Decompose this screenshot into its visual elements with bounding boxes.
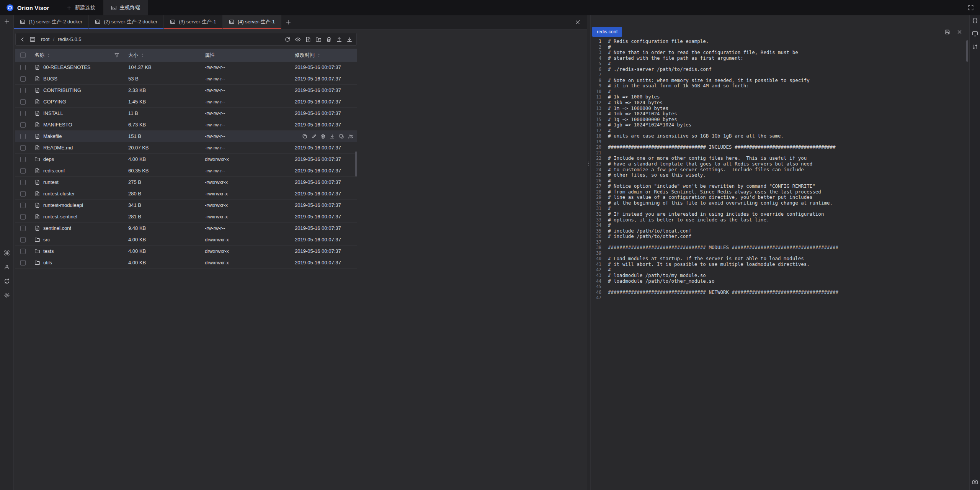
download-button[interactable] bbox=[345, 35, 354, 44]
file-name-cell[interactable]: CONTRIBUTING bbox=[31, 87, 124, 93]
file-row[interactable]: README.md20.07 KB-rw-rw-r--2019-05-16 00… bbox=[15, 142, 357, 154]
code-line[interactable]: 30# at the beginning of this file to avo… bbox=[591, 200, 969, 206]
code-line[interactable]: 42# bbox=[591, 267, 969, 273]
new-file-button[interactable] bbox=[304, 35, 313, 44]
row-checkbox[interactable] bbox=[20, 157, 26, 162]
code-line[interactable]: 25# other files, so use this wisely. bbox=[591, 172, 969, 178]
editor-scrollbar[interactable] bbox=[966, 40, 968, 62]
code-line[interactable]: 22# Include one or more other config fil… bbox=[591, 156, 969, 161]
row-delete-button[interactable] bbox=[319, 133, 327, 140]
code-line[interactable]: 11# 1k => 1000 bytes bbox=[591, 94, 969, 100]
file-table-scrollbar[interactable] bbox=[355, 151, 357, 177]
new-terminal-button[interactable] bbox=[2, 17, 11, 26]
code-line[interactable]: 13# 1m => 1000000 bytes bbox=[591, 106, 969, 111]
code-line[interactable]: 45 bbox=[591, 284, 969, 290]
file-name-cell[interactable]: 00-RELEASENOTES bbox=[31, 64, 124, 70]
select-all-checkbox[interactable] bbox=[20, 52, 26, 58]
column-header-name[interactable]: 名称 bbox=[31, 51, 124, 59]
file-row[interactable]: runtest-sentinel281 B-rwxrwxr-x2019-05-1… bbox=[15, 211, 357, 223]
terminal-tab[interactable]: (1) server-生产-2 docker bbox=[14, 15, 89, 29]
refresh-button[interactable] bbox=[283, 35, 292, 44]
commands-button[interactable] bbox=[2, 248, 11, 257]
file-name-cell[interactable]: tests bbox=[31, 248, 124, 254]
code-line[interactable]: 43# loadmodule /path/to/my_module.so bbox=[591, 273, 969, 279]
new-folder-button[interactable] bbox=[314, 35, 323, 44]
users-button[interactable] bbox=[2, 262, 11, 272]
code-line[interactable]: 7 bbox=[591, 72, 969, 78]
code-line[interactable]: 1# Redis configuration file example. bbox=[591, 39, 969, 44]
code-line[interactable]: 19 bbox=[591, 139, 969, 145]
row-checkbox[interactable] bbox=[20, 237, 26, 243]
row-copy-button[interactable] bbox=[338, 133, 345, 140]
upload-button[interactable] bbox=[335, 35, 344, 44]
terminal-tab-active[interactable]: (4) server-生产-1 bbox=[223, 15, 282, 29]
row-checkbox[interactable] bbox=[20, 226, 26, 231]
terminal-tab[interactable]: (3) server-生产-1 bbox=[164, 15, 223, 29]
code-line[interactable]: 18# units are case insensitive so 1GB 1G… bbox=[591, 133, 969, 139]
breadcrumb-segment[interactable]: root bbox=[41, 36, 49, 42]
code-line[interactable]: 28# from admin or Redis Sentinel. Since … bbox=[591, 189, 969, 195]
new-connection-nav[interactable]: 新建连接 bbox=[59, 0, 103, 15]
file-row[interactable]: tests4.00 KBdrwxrwxr-x2019-05-16 00:07:3… bbox=[15, 246, 357, 257]
code-line[interactable]: 27# Notice option "include" won't be rew… bbox=[591, 184, 969, 189]
file-name-cell[interactable]: runtest-cluster bbox=[31, 191, 124, 197]
breadcrumb[interactable]: root/redis-5.0.5 bbox=[41, 36, 282, 42]
file-row[interactable]: COPYING1.45 KB-rw-rw-r--2019-05-16 00:07… bbox=[15, 96, 357, 108]
code-line[interactable]: 39 bbox=[591, 251, 969, 256]
file-name-cell[interactable]: README.md bbox=[31, 145, 124, 151]
code-line[interactable]: 23# have a standard template that goes t… bbox=[591, 161, 969, 167]
code-line[interactable]: 35# include /path/to/local.conf bbox=[591, 228, 969, 234]
fullscreen-button[interactable] bbox=[966, 3, 975, 12]
code-line[interactable]: 3# Note that in order to read the config… bbox=[591, 50, 969, 56]
editor-file-tab[interactable]: redis.conf bbox=[592, 27, 622, 37]
code-line[interactable]: 41# it will abort. It is possible to use… bbox=[591, 262, 969, 267]
code-line[interactable]: 17# bbox=[591, 128, 969, 134]
file-name-cell[interactable]: INSTALL bbox=[31, 110, 124, 116]
code-line[interactable]: 44# loadmodule /path/to/other_module.so bbox=[591, 279, 969, 284]
file-row[interactable]: BUGS53 B-rw-rw-r--2019-05-16 00:07:37 bbox=[15, 73, 357, 85]
file-name-cell[interactable]: runtest-sentinel bbox=[31, 214, 124, 220]
breadcrumb-segment[interactable]: redis-5.0.5 bbox=[58, 36, 81, 42]
file-name-cell[interactable]: runtest bbox=[31, 179, 124, 185]
file-name-cell[interactable]: MANIFESTO bbox=[31, 122, 124, 128]
row-copy-path-button[interactable] bbox=[301, 133, 309, 140]
row-checkbox[interactable] bbox=[20, 122, 26, 128]
file-name-cell[interactable]: COPYING bbox=[31, 99, 124, 105]
code-line[interactable]: 15# 1g => 1000000000 bytes bbox=[591, 117, 969, 123]
row-download-button[interactable] bbox=[328, 133, 336, 140]
file-name-cell[interactable]: redis.conf bbox=[31, 168, 124, 174]
row-checkbox[interactable] bbox=[20, 180, 26, 185]
file-name-cell[interactable]: Makefile bbox=[31, 133, 124, 139]
add-tab-button[interactable] bbox=[284, 18, 293, 27]
code-line[interactable]: 46################################## NET… bbox=[591, 290, 969, 295]
file-name-cell[interactable]: BUGS bbox=[31, 76, 124, 82]
file-row[interactable]: utils4.00 KBdrwxrwxr-x2019-05-16 00:07:3… bbox=[15, 257, 357, 269]
code-line[interactable]: 5# bbox=[591, 61, 969, 67]
delete-button[interactable] bbox=[324, 35, 333, 44]
transfer-button[interactable] bbox=[971, 43, 979, 51]
file-row[interactable]: deps4.00 KBdrwxrwxr-x2019-05-16 00:07:37 bbox=[15, 154, 357, 165]
back-button[interactable] bbox=[18, 35, 27, 44]
row-checkbox[interactable] bbox=[20, 76, 26, 82]
code-line[interactable]: 37 bbox=[591, 239, 969, 245]
row-checkbox[interactable] bbox=[20, 99, 26, 105]
code-line[interactable]: 20################################## INC… bbox=[591, 144, 969, 150]
code-line[interactable]: 33# options, it is better to use include… bbox=[591, 217, 969, 223]
settings-button[interactable] bbox=[2, 291, 11, 300]
code-line[interactable]: 47 bbox=[591, 295, 969, 300]
code-line[interactable]: 14# 1mb => 1024*1024 bytes bbox=[591, 111, 969, 117]
close-panel-button[interactable] bbox=[573, 18, 582, 27]
code-line[interactable]: 8# Note on units: when memory size is ne… bbox=[591, 78, 969, 84]
code-line[interactable]: 10# bbox=[591, 89, 969, 95]
file-name-cell[interactable]: deps bbox=[31, 156, 124, 162]
host-terminal-nav[interactable]: 主机终端 bbox=[103, 0, 148, 15]
file-name-cell[interactable]: utils bbox=[31, 260, 124, 265]
row-checkbox[interactable] bbox=[20, 168, 26, 174]
file-row[interactable]: runtest275 B-rwxrwxr-x2019-05-16 00:07:3… bbox=[15, 177, 357, 188]
code-line[interactable]: 9# it in the usual form of 1k 5GB 4M and… bbox=[591, 83, 969, 89]
row-checkbox[interactable] bbox=[20, 260, 26, 265]
file-row[interactable]: redis.conf60.35 KB-rw-rw-r--2019-05-16 0… bbox=[15, 165, 357, 177]
file-row[interactable]: runtest-moduleapi341 B-rwxrwxr-x2019-05-… bbox=[15, 200, 357, 211]
name-filter-button[interactable] bbox=[113, 51, 121, 59]
json-view-button[interactable] bbox=[971, 16, 979, 25]
